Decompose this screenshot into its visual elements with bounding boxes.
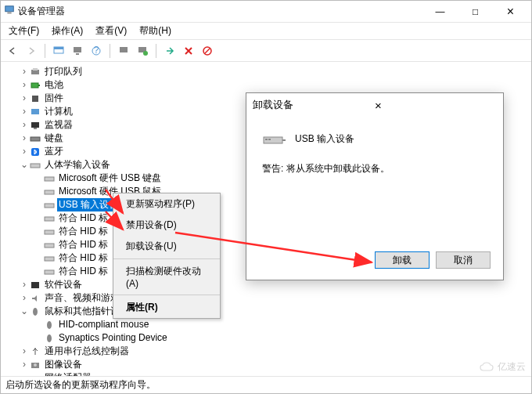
svg-rect-26 bbox=[45, 217, 54, 221]
svg-rect-40 bbox=[265, 139, 268, 140]
svg-rect-4 bbox=[74, 47, 81, 52]
svg-rect-3 bbox=[54, 47, 63, 49]
maximize-button[interactable]: □ bbox=[458, 2, 493, 22]
toolbar-help-icon[interactable]: ? bbox=[88, 42, 105, 60]
svg-point-34 bbox=[47, 334, 52, 342]
context-menu: 更新驱动程序(P) 禁用设备(D) 卸载设备(U) 扫描检测硬件改动(A) 属性… bbox=[113, 193, 221, 319]
svg-rect-29 bbox=[45, 257, 54, 261]
ctx-separator bbox=[113, 295, 220, 295]
toolbar-disable-icon[interactable] bbox=[199, 42, 216, 60]
svg-rect-31 bbox=[31, 282, 39, 288]
menu-action[interactable]: 操作(A) bbox=[45, 23, 89, 39]
svg-rect-8 bbox=[120, 47, 128, 52]
svg-rect-13 bbox=[33, 68, 38, 70]
svg-rect-20 bbox=[31, 137, 40, 141]
svg-rect-1 bbox=[7, 13, 11, 14]
svg-rect-23 bbox=[45, 177, 54, 181]
svg-rect-30 bbox=[45, 270, 54, 274]
svg-rect-41 bbox=[268, 139, 271, 140]
svg-point-32 bbox=[33, 308, 38, 316]
watermark: 亿速云 bbox=[479, 360, 526, 374]
toolbar-scan-icon[interactable] bbox=[115, 42, 132, 60]
forward-button[interactable] bbox=[23, 42, 40, 60]
back-button[interactable] bbox=[4, 42, 21, 60]
svg-rect-16 bbox=[32, 96, 38, 102]
status-text: 启动所选设备的更新驱动程序向导。 bbox=[5, 378, 156, 392]
minimize-button[interactable]: — bbox=[422, 2, 458, 22]
tree-item-usb-controllers[interactable]: ›通用串行总线控制器 bbox=[20, 345, 531, 358]
svg-rect-14 bbox=[31, 83, 38, 88]
svg-rect-25 bbox=[45, 204, 54, 208]
tree-item-sound[interactable]: ›声音、视频和游戏控制器 bbox=[20, 291, 531, 305]
svg-rect-21 bbox=[31, 148, 39, 156]
svg-point-10 bbox=[143, 51, 148, 56]
ctx-scan-hardware[interactable]: 扫描检测硬件改动(A) bbox=[113, 261, 220, 293]
svg-rect-22 bbox=[31, 164, 40, 168]
svg-rect-19 bbox=[34, 128, 37, 129]
ctx-disable-device[interactable]: 禁用设备(D) bbox=[113, 215, 220, 236]
uninstall-button[interactable]: 卸载 bbox=[375, 251, 430, 269]
toolbar-uninstall-icon[interactable] bbox=[180, 42, 197, 60]
toolbar-console-icon[interactable] bbox=[50, 42, 67, 60]
dialog-close-button[interactable]: × bbox=[375, 99, 497, 112]
svg-rect-28 bbox=[45, 244, 54, 248]
toolbar: ? bbox=[1, 40, 531, 62]
toolbar-update-icon[interactable] bbox=[134, 42, 151, 60]
svg-point-36 bbox=[34, 363, 37, 367]
ctx-separator bbox=[113, 258, 220, 259]
svg-rect-24 bbox=[45, 190, 54, 194]
svg-point-33 bbox=[47, 321, 52, 329]
dialog-title: 卸载设备 bbox=[253, 98, 375, 112]
svg-rect-15 bbox=[38, 85, 40, 86]
menu-view[interactable]: 查看(V) bbox=[89, 23, 133, 39]
dialog-warning-text: 警告: 将从系统中卸载此设备。 bbox=[262, 162, 487, 175]
window-title: 设备管理器 bbox=[18, 5, 65, 18]
dialog-device-name: USB 输入设备 bbox=[295, 132, 354, 146]
svg-rect-17 bbox=[31, 109, 39, 114]
ctx-uninstall-device[interactable]: 卸载设备(U) bbox=[113, 236, 220, 257]
cancel-button[interactable]: 取消 bbox=[436, 251, 491, 269]
uninstall-dialog: 卸载设备 × USB 输入设备 警告: 将从系统中卸载此设备。 卸载 取消 bbox=[246, 92, 504, 280]
menu-help[interactable]: 帮助(H) bbox=[133, 23, 178, 39]
toolbar-monitor-icon[interactable] bbox=[69, 42, 86, 60]
device-icon bbox=[262, 129, 287, 148]
tree-item-mouse[interactable]: ⌄鼠标和其他指针设备 bbox=[20, 305, 531, 318]
titlebar: 设备管理器 — □ × bbox=[1, 1, 531, 23]
svg-rect-5 bbox=[76, 53, 79, 55]
tree-item-print-queues[interactable]: ›打印队列 bbox=[20, 65, 531, 78]
tree-item-mouse-child[interactable]: Synaptics Pointing Device bbox=[34, 331, 531, 345]
ctx-update-driver[interactable]: 更新驱动程序(P) bbox=[113, 193, 220, 215]
svg-rect-0 bbox=[5, 6, 14, 12]
menu-file[interactable]: 文件(F) bbox=[2, 23, 45, 39]
tree-item-network[interactable]: ›网络适配器 bbox=[20, 371, 531, 376]
toolbar-enable-icon[interactable] bbox=[161, 42, 178, 60]
ctx-properties[interactable]: 属性(R) bbox=[113, 297, 220, 318]
tree-item-batteries[interactable]: ›电池 bbox=[20, 78, 531, 92]
app-icon bbox=[4, 5, 15, 18]
statusbar: 启动所选设备的更新驱动程序向导。 bbox=[1, 376, 531, 393]
menubar: 文件(F) 操作(A) 查看(V) 帮助(H) bbox=[1, 23, 531, 40]
svg-rect-27 bbox=[45, 230, 54, 234]
tree-item-mouse-child[interactable]: HID-compliant mouse bbox=[34, 318, 531, 331]
svg-rect-18 bbox=[31, 122, 39, 128]
tree-item-imaging[interactable]: ›图像设备 bbox=[20, 358, 531, 371]
svg-text:?: ? bbox=[94, 45, 99, 56]
close-button[interactable]: × bbox=[493, 2, 528, 22]
